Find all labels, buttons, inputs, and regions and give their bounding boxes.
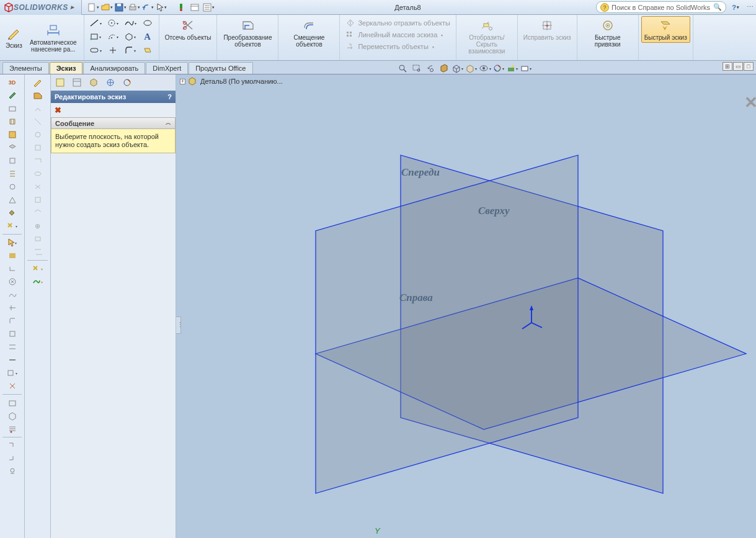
feature-icon-1[interactable] — [31, 89, 45, 102]
tool-icon-10[interactable] — [6, 207, 19, 219]
rapid-sketch-button[interactable]: Быстрый эскиз — [641, 16, 690, 43]
tab-sketch[interactable]: Эскиз — [50, 62, 83, 74]
tile-h-button[interactable]: ⊞ — [723, 62, 732, 71]
flyout-button-1[interactable]: ▾ — [31, 262, 45, 275]
options-button[interactable] — [189, 1, 201, 14]
feature-icon-9[interactable] — [31, 194, 45, 206]
rebuild-button[interactable] — [175, 1, 187, 14]
tool-icon-13[interactable] — [6, 276, 19, 288]
tool-icon-20[interactable] — [6, 380, 19, 392]
ellipse-tool[interactable] — [139, 16, 156, 30]
tab-evaluate[interactable]: Анализировать — [83, 62, 145, 74]
feature-icon-8[interactable] — [31, 181, 45, 193]
quick-snaps-button[interactable]: Быстрые привязки — [580, 16, 636, 50]
tab-dimxpert[interactable]: DimXpert — [146, 62, 188, 74]
tool-icon-25[interactable] — [6, 452, 19, 465]
tool-icon-21[interactable] — [6, 397, 19, 409]
tool-icon-2[interactable] — [6, 102, 19, 115]
point-tool[interactable] — [104, 43, 122, 57]
tool-icon-3[interactable] — [6, 115, 19, 128]
overflow-button[interactable]: ⋯ — [744, 1, 756, 14]
tool-dropdown-1[interactable]: ▾ — [6, 220, 19, 232]
tool-icon-23[interactable] — [6, 423, 19, 435]
convert-button[interactable]: Преобразование объектов — [220, 16, 275, 50]
sketch-pencil-icon[interactable] — [31, 76, 45, 89]
3d-sketch-icon[interactable]: 3D — [6, 76, 19, 89]
app-logo[interactable]: SOLIDWORKS ▶ — [0, 0, 82, 15]
feature-icon-2[interactable] — [31, 102, 45, 115]
spline-tool[interactable]: ▾ — [122, 16, 139, 30]
help-search[interactable]: ? Поиск в Справке по SolidWorks 🔍 — [596, 1, 726, 13]
display-relations-button[interactable]: Отобразить/Скрыть взаимосвязи — [459, 16, 515, 56]
undo-button[interactable]: ▾ — [141, 1, 154, 14]
tool-icon-15[interactable] — [6, 302, 19, 314]
rectangle-tool[interactable]: ▾ — [87, 30, 104, 43]
message-section-header[interactable]: Сообщение ︿ — [51, 117, 176, 129]
sketch-button[interactable]: Эскиз — [2, 24, 25, 51]
print-button[interactable]: ▾ — [128, 1, 140, 14]
tool-icon-7[interactable] — [6, 168, 19, 180]
appearance-button[interactable]: ▾ — [492, 62, 505, 74]
new-file-button[interactable]: ▾ — [87, 1, 99, 14]
trim-button[interactable]: Отсечь объекты — [162, 16, 215, 43]
circle-tool[interactable]: ▾ — [104, 16, 122, 30]
feature-icon-13[interactable] — [31, 246, 45, 258]
open-file-button[interactable]: ▾ — [100, 1, 113, 14]
tool-icon-1[interactable] — [6, 89, 19, 102]
feature-icon-5[interactable] — [31, 141, 45, 154]
help-button[interactable]: ?▾ — [730, 2, 741, 13]
properties-button[interactable]: ▾ — [202, 1, 215, 14]
mirror-button[interactable]: Зеркально отразить объекты — [344, 17, 451, 29]
feature-icon-4[interactable] — [31, 128, 45, 141]
tool-dropdown-2[interactable]: ▾ — [6, 367, 19, 379]
flyout-button-2[interactable]: ▾ — [31, 276, 45, 288]
feature-tree-tab[interactable] — [52, 76, 68, 89]
config-tab[interactable] — [86, 76, 102, 89]
maximize-button[interactable]: □ — [744, 62, 754, 71]
display-style-button[interactable]: ▾ — [465, 62, 478, 74]
repair-button[interactable]: + Исправить эскиз — [520, 16, 574, 43]
view-settings-button[interactable]: ▾ — [520, 62, 532, 74]
property-tab[interactable] — [69, 76, 85, 89]
cancel-button[interactable]: ✖ — [55, 105, 61, 115]
arc-tool[interactable]: ▾ — [104, 30, 122, 43]
dim-tab[interactable] — [102, 76, 118, 89]
section-view-button[interactable] — [438, 62, 450, 74]
tool-icon-12[interactable] — [6, 262, 19, 275]
tab-office[interactable]: Продукты Office — [189, 62, 252, 74]
smart-dimension-button[interactable]: Автоматическое нанесение ра... — [25, 21, 81, 55]
tool-icon-14[interactable] — [6, 289, 19, 301]
feature-icon-6[interactable] — [31, 155, 45, 167]
move-button[interactable]: Переместить объекты▾ — [344, 41, 451, 52]
previous-view-button[interactable] — [424, 62, 437, 74]
polygon-tool[interactable]: ▾ — [122, 30, 139, 43]
tool-icon-6[interactable] — [6, 155, 19, 167]
feature-icon-12[interactable] — [31, 233, 45, 245]
linear-pattern-button[interactable]: Линейный массив эскиза▾ — [344, 29, 451, 40]
tool-icon-5[interactable] — [6, 141, 19, 154]
tab-features[interactable]: Элементы — [2, 62, 49, 74]
slot-tool[interactable]: ▾ — [87, 43, 104, 57]
zoom-fit-button[interactable] — [397, 62, 409, 74]
panel-help-icon[interactable]: ? — [167, 93, 172, 101]
save-button[interactable]: ▾ — [114, 1, 127, 14]
tool-icon-16[interactable] — [6, 315, 19, 327]
tool-icon-4[interactable] — [6, 128, 19, 141]
tool-icon-9[interactable] — [6, 194, 19, 206]
tool-icon-8[interactable] — [6, 181, 19, 193]
tool-icon-26[interactable] — [6, 465, 19, 478]
view-orientation-button[interactable]: ▾ — [451, 62, 464, 74]
graphics-viewport[interactable]: + Деталь8 (По умолчанию... ✕ Спереди Све… — [176, 74, 756, 538]
tool-icon-17[interactable] — [6, 328, 19, 340]
fillet-tool[interactable]: ▾ — [122, 43, 139, 57]
feature-icon-3[interactable] — [31, 115, 45, 128]
feature-icon-10[interactable] — [31, 207, 45, 219]
zoom-area-button[interactable] — [411, 62, 423, 74]
tool-icon-19[interactable] — [6, 354, 19, 366]
plane-tool[interactable] — [139, 43, 156, 57]
tile-v-button[interactable]: ▭ — [733, 62, 743, 71]
offset-button[interactable]: Смещение объектов — [281, 16, 337, 50]
text-tool[interactable]: A — [139, 30, 156, 43]
hide-show-button[interactable]: ▾ — [479, 62, 491, 74]
select-button[interactable]: ▾ — [155, 1, 167, 14]
